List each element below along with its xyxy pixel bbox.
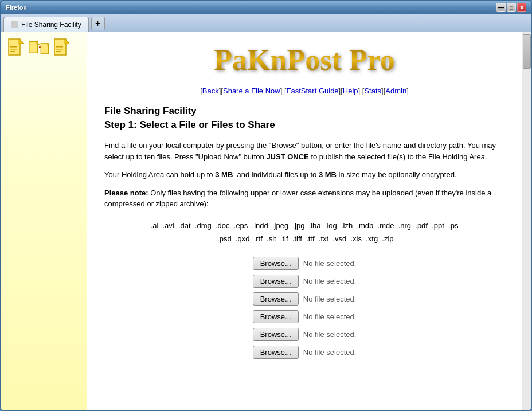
tab-bar: File Sharing Facility + [1,14,531,32]
sidebar [1,32,87,410]
firefox-title: Firefox [6,4,27,11]
file-label-5: No file selected. [303,330,357,339]
nav-admin[interactable]: Admin [385,87,406,95]
browse-button-3[interactable]: Browse... [253,292,299,306]
file-label-1: No file selected. [303,259,357,268]
download-arrow-icon[interactable] [29,38,49,58]
svg-rect-2 [10,46,17,48]
nav-stats[interactable]: Stats [364,87,381,95]
logo: PaKnPost Pro [87,44,522,76]
browse-button-4[interactable]: Browse... [253,310,299,323]
file-label-6: No file selected. [303,348,357,357]
just-once-label: JUST ONCE [266,152,308,161]
svg-rect-5 [29,42,38,53]
file-label-3: No file selected. [303,295,357,303]
main-content[interactable]: PaKnPost Pro [Back][Share a File Now] [F… [87,32,522,410]
page-wrapper: PaKnPost Pro [Back][Share a File Now] [F… [87,32,522,370]
svg-marker-1 [19,39,24,44]
browse-button-5[interactable]: Browse... [253,328,299,341]
document-right-icon [52,38,72,58]
description-text: Find a file on your local computer by pr… [104,140,504,162]
active-tab[interactable]: File Sharing Facility [3,17,89,32]
new-tab-button[interactable]: + [91,17,105,30]
file-row: Browse... No file selected. [253,346,357,359]
nav-links: [Back][Share a File Now] [FastStart Guid… [87,82,522,100]
note-section: Please note: Only files having the follo… [104,187,504,210]
close-button[interactable]: ✕ [517,3,526,12]
file-label-2: No file selected. [303,277,357,285]
file-inputs: Browse... No file selected. Browse... No… [104,257,504,359]
scrollbar-track[interactable] [522,32,531,410]
browser-content: PaKnPost Pro [Back][Share a File Now] [F… [1,32,531,410]
nav-help[interactable]: Help [343,87,358,95]
maximize-button[interactable]: □ [507,3,516,12]
sidebar-icons [6,38,82,58]
tab-label: File Sharing Facility [21,21,81,29]
tab-favicon [11,21,18,28]
window-controls: — □ ✕ [496,3,526,12]
scrollbar-thumb[interactable] [523,34,531,69]
svg-rect-13 [56,46,63,48]
file-row: Browse... No file selected. [253,328,357,341]
file-row: Browse... No file selected. [253,292,357,306]
holding-area-size: 3 MB [215,170,233,179]
browse-button-6[interactable]: Browse... [253,346,299,359]
holding-info: Your Holding Area can hold up to 3 MB an… [104,169,504,181]
svg-rect-15 [56,51,61,52]
minimize-button[interactable]: — [496,3,506,12]
browse-button-2[interactable]: Browse... [253,275,299,288]
firefox-titlebar: Firefox — □ ✕ [1,1,531,14]
svg-marker-6 [37,42,40,45]
page-body: File Sharing Facility Step 1: Select a F… [87,100,522,370]
file-row: Browse... No file selected. [253,257,357,270]
nav-back[interactable]: Back [202,87,219,95]
file-row: Browse... No file selected. [253,310,357,323]
individual-size: 3 MB [319,170,337,179]
file-label-4: No file selected. [303,312,357,321]
note-label: Please note: [104,189,148,197]
browse-button-1[interactable]: Browse... [253,257,299,270]
svg-rect-3 [10,49,17,50]
nav-share[interactable]: Share a File Now [223,87,280,95]
document-left-icon [6,38,26,58]
svg-rect-4 [10,51,15,52]
page-header: PaKnPost Pro [87,32,522,82]
file-row: Browse... No file selected. [253,275,357,288]
svg-rect-14 [56,49,63,50]
extensions-list: .ai .avi .dat .dmg .doc .eps .indd .jpeg… [104,219,504,246]
svg-marker-12 [65,39,69,44]
browser-window: Firefox — □ ✕ File Sharing Facility + [0,0,532,411]
page-subtitle: Step 1: Select a File or Files to Share [104,119,504,131]
nav-faststart[interactable]: FastStart Guide [287,87,339,95]
page-title: File Sharing Facility [104,105,504,117]
